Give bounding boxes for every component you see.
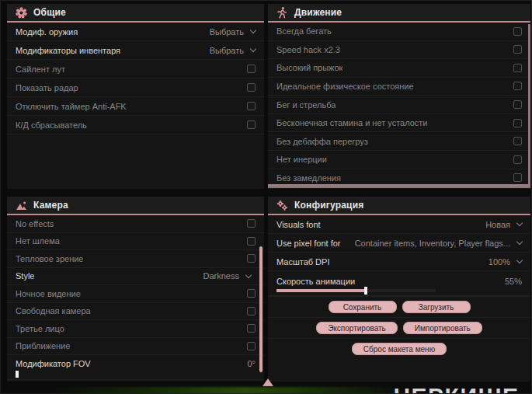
row-label: Масштаб DPI: [276, 257, 329, 267]
style-dropdown[interactable]: Darkness: [203, 271, 251, 281]
pixel-font-dropdown[interactable]: Container items, Inventory, Player flags…: [355, 239, 522, 248]
panel-resize-edge-right[interactable]: [528, 24, 530, 187]
weapon-mod-dropdown[interactable]: Выбрать: [210, 27, 256, 37]
reset-menu-layout-button[interactable]: Сброс макета меню: [352, 343, 447, 355]
toggle-row-perfect-condition[interactable]: Идеальное физическое состояние: [268, 78, 530, 96]
checkbox[interactable]: [513, 173, 522, 182]
row-label: Бесконечная стамина и нет усталости: [276, 118, 428, 127]
slider-row-fov-modifier: Модификатор FOV 0°: [7, 355, 264, 380]
checkbox[interactable]: [247, 289, 256, 298]
resize-grip[interactable]: [263, 378, 273, 386]
checkbox[interactable]: [247, 254, 256, 263]
checkbox[interactable]: [513, 64, 522, 72]
checkbox[interactable]: [247, 83, 256, 92]
panel-movement-header[interactable]: Движение: [268, 4, 530, 23]
row-label: Visuals font: [276, 220, 321, 229]
camera-scrollbar[interactable]: [259, 246, 263, 372]
panel-title: Общие: [33, 7, 66, 18]
panel-config-header[interactable]: Конфигурация: [268, 197, 530, 215]
row-label: Приближение: [16, 341, 70, 350]
panel-camera-header[interactable]: Камера: [7, 197, 264, 215]
dropdown-row-inventory-mods: Модификаторы инвентаря Выбрать: [7, 41, 264, 60]
import-button[interactable]: Импортировать: [403, 322, 482, 334]
dropdown-row-weapon-mod: Модиф. оружия Выбрать: [7, 23, 264, 41]
toggle-row-cooldown-reset[interactable]: К/Д сбрасыватель: [7, 116, 264, 134]
toggle-row-no-overload-debuff[interactable]: Без дебаффа перегруз: [268, 132, 530, 151]
row-label: Свободная камера: [16, 306, 91, 316]
row-label: Без дебаффа перегруз: [276, 137, 368, 146]
checkbox[interactable]: [513, 119, 522, 127]
toggle-row-no-effects[interactable]: No effects: [7, 215, 264, 233]
toggle-row-no-helmet[interactable]: Нет шлема: [7, 233, 264, 251]
button-row-export-import: Экспортировать Импортировать: [268, 317, 530, 338]
animation-speed-slider[interactable]: [276, 289, 436, 292]
toggle-row-thermal-vision[interactable]: Тепловое зрение: [7, 250, 264, 268]
checkbox[interactable]: [247, 65, 256, 73]
toggle-row-night-vision[interactable]: Ночное видение: [7, 285, 264, 303]
row-label: Модификаторы инвентаря: [16, 46, 120, 55]
chevron-down-icon: [516, 220, 523, 226]
panel-resize-edge-bottom[interactable]: [268, 184, 530, 188]
toggle-row-anti-afk[interactable]: Отключить таймер Anti-AFK: [7, 97, 264, 116]
row-label: Бег и стрельба: [276, 100, 336, 110]
dropdown-row-dpi-scale: Масштаб DPI 100%: [268, 253, 530, 271]
panel-config: Конфигурация Visuals font Новая Use pixe…: [268, 197, 530, 382]
toggle-row-show-radar[interactable]: Показать радар: [7, 78, 264, 97]
checkbox[interactable]: [513, 155, 522, 164]
dpi-scale-dropdown[interactable]: 100%: [489, 257, 522, 267]
checkbox[interactable]: [513, 137, 522, 145]
checkbox[interactable]: [247, 102, 256, 110]
row-label: Speed hack x2.3: [276, 45, 340, 54]
dropdown-value: Darkness: [203, 271, 239, 281]
row-label: Модиф. оружия: [16, 27, 78, 37]
load-button[interactable]: Загрузить: [402, 301, 471, 313]
runner-icon: [276, 7, 288, 19]
toggle-row-no-inertia[interactable]: Нет инерции: [268, 151, 530, 169]
toggle-row-always-run[interactable]: Всегда бегать: [268, 23, 530, 41]
inventory-mods-dropdown[interactable]: Выбрать: [210, 46, 256, 55]
save-button[interactable]: Сохранить: [329, 301, 397, 313]
checkbox[interactable]: [513, 27, 522, 36]
row-label: Модификатор FOV: [16, 359, 91, 368]
toggle-row-speed-hack[interactable]: Speed hack x2.3: [268, 41, 530, 60]
row-label: Сайлент лут: [16, 65, 65, 74]
game-world-label: ЧЕРКИШЕ: [394, 384, 532, 394]
row-label: Идеальное физическое состояние: [276, 82, 414, 91]
checkbox[interactable]: [247, 219, 256, 228]
panel-general-header[interactable]: Общие: [7, 4, 264, 23]
checkbox[interactable]: [247, 307, 256, 316]
checkbox[interactable]: [247, 324, 256, 333]
row-label: Высокий прыжок: [276, 63, 342, 72]
dropdown-row-style: Style Darkness: [7, 268, 264, 286]
dropdown-value: Новая: [485, 220, 510, 229]
slider-handle[interactable]: [364, 287, 367, 295]
checkbox[interactable]: [247, 237, 256, 246]
toggle-row-third-person[interactable]: Третье лицо: [7, 320, 264, 338]
toggle-row-run-and-shoot[interactable]: Бег и стрельба: [268, 96, 530, 114]
checkbox[interactable]: [247, 120, 256, 129]
toggle-row-infinite-stamina[interactable]: Бесконечная стамина и нет усталости: [268, 114, 530, 133]
chevron-down-icon: [250, 46, 256, 52]
row-label: Нет инерции: [276, 155, 327, 164]
image-icon: [15, 200, 27, 211]
checkbox[interactable]: [513, 45, 522, 54]
checkbox[interactable]: [247, 342, 256, 350]
checkbox[interactable]: [513, 82, 522, 90]
visuals-font-dropdown[interactable]: Новая: [485, 220, 522, 229]
toggle-row-high-jump[interactable]: Высокий прыжок: [268, 59, 530, 78]
row-label: Ночное видение: [16, 289, 81, 298]
checkbox[interactable]: [513, 100, 522, 109]
button-row-reset: Сброс макета меню: [268, 338, 530, 359]
toggle-row-silent-loot[interactable]: Сайлент лут: [7, 60, 264, 78]
fov-value: 0°: [247, 359, 256, 368]
button-row-save-load: Сохранить Загрузить: [268, 296, 530, 317]
row-label: Тепловое зрение: [16, 254, 83, 263]
toggle-row-zoom[interactable]: Приближение: [7, 338, 264, 356]
chevron-down-icon: [516, 257, 523, 263]
fov-slider[interactable]: [16, 371, 19, 378]
toggle-row-free-camera[interactable]: Свободная камера: [7, 303, 264, 321]
export-button[interactable]: Экспортировать: [316, 322, 398, 334]
dropdown-row-pixel-font: Use pixel font for Container items, Inve…: [268, 234, 530, 253]
game-background-grass: [47, 387, 405, 394]
dropdown-value: Выбрать: [210, 27, 244, 37]
